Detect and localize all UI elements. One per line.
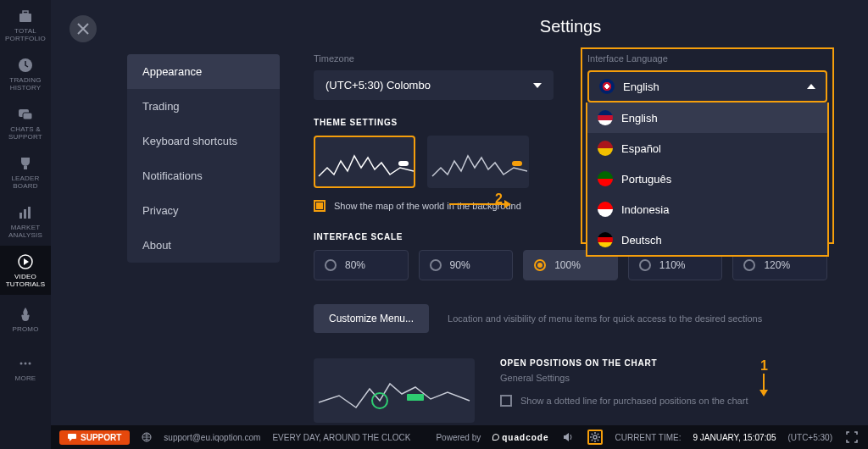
chevron-up-icon	[807, 84, 815, 89]
flag-icon	[598, 232, 613, 247]
sidebar-item-flame[interactable]: PROMO	[0, 295, 51, 344]
checkbox-icon	[500, 395, 512, 407]
theme-dark-2[interactable]	[427, 136, 529, 188]
brand-name: quadcode	[492, 433, 548, 442]
svg-rect-1	[23, 11, 28, 14]
briefcase-icon	[17, 8, 34, 25]
nav-item[interactable]: Keyboard shortcuts	[127, 124, 280, 158]
settings-nav: AppearanceTradingKeyboard shortcutsNotif…	[127, 54, 280, 263]
customize-hint: Location and visibility of menu items fo…	[448, 313, 762, 324]
sidebar-item-clock[interactable]: TRADINGHISTORY	[0, 49, 51, 98]
svg-rect-14	[68, 434, 76, 439]
svg-rect-6	[24, 209, 26, 219]
nav-item[interactable]: Notifications	[127, 158, 280, 193]
chevron-down-icon	[533, 83, 542, 88]
theme-dark-1[interactable]	[314, 136, 415, 188]
open-positions-sub: General Settings	[500, 373, 827, 383]
svg-rect-4	[23, 113, 32, 119]
support-button[interactable]: SUPPORT	[59, 430, 130, 445]
timezone-select[interactable]: (UTC+5:30) Colombo	[314, 70, 554, 100]
language-value: English	[623, 80, 659, 93]
chat-icon	[17, 106, 34, 123]
svg-point-11	[29, 363, 31, 365]
current-time-label: CURRENT TIME:	[615, 433, 681, 442]
language-label: Interface Language	[587, 53, 827, 64]
settings-icon-footer[interactable]	[587, 430, 603, 445]
annotation-2: 2	[495, 191, 503, 207]
radio-icon	[325, 259, 337, 271]
close-button[interactable]	[70, 15, 97, 42]
dotted-line-checkbox-row[interactable]: Show a dotted line for purchased positio…	[500, 395, 827, 407]
nav-item[interactable]: About	[127, 228, 280, 263]
sidebar-item-briefcase[interactable]: TOTALPORTFOLIO	[0, 0, 51, 49]
sound-icon[interactable]	[560, 430, 576, 445]
flag-icon	[598, 171, 613, 186]
svg-rect-0	[19, 14, 31, 22]
nav-item[interactable]: Privacy	[127, 193, 280, 228]
sidebar: TOTALPORTFOLIOTRADINGHISTORYCHATS &SUPPO…	[0, 0, 51, 449]
language-option[interactable]: Português	[587, 164, 827, 194]
open-positions-preview	[314, 358, 475, 423]
scale-option[interactable]: 80%	[314, 250, 409, 280]
current-time-value: 9 JANUARY, 15:07:05	[693, 433, 776, 442]
language-field: Interface Language English EnglishEspaño…	[587, 53, 827, 103]
footer-tagline: EVERY DAY, AROUND THE CLOCK	[272, 433, 410, 442]
language-option[interactable]: Indonesia	[587, 194, 827, 224]
language-option[interactable]: Deutsch	[587, 224, 827, 255]
flag-icon	[598, 110, 613, 125]
powered-by-label: Powered by	[436, 433, 481, 442]
radio-icon	[430, 259, 442, 271]
play-icon	[17, 253, 34, 270]
annotation-arrow-1	[763, 374, 765, 391]
customize-menu-button[interactable]: Customize Menu...	[314, 304, 429, 333]
sidebar-item-chat[interactable]: CHATS &SUPPORT	[0, 98, 51, 147]
current-tz: (UTC+5:30)	[787, 433, 832, 442]
language-dropdown: EnglishEspañolPortuguêsIndonesiaDeutsch	[586, 103, 829, 257]
timezone-label: Timezone	[314, 53, 554, 64]
language-option[interactable]: English	[587, 103, 827, 133]
svg-rect-7	[28, 207, 31, 219]
clock-icon	[17, 57, 34, 74]
sidebar-item-dots[interactable]: MORE	[0, 344, 51, 393]
svg-point-16	[593, 435, 597, 439]
page-title: Settings	[314, 17, 827, 36]
map-checkbox-label: Show the map of the world in the backgro…	[334, 201, 521, 211]
scale-option[interactable]: 90%	[419, 250, 514, 280]
open-positions-label: OPEN POSITIONS ON THE CHART	[500, 358, 827, 368]
checkbox-icon	[314, 200, 326, 212]
nav-item[interactable]: Trading	[127, 89, 280, 124]
chat-icon	[68, 433, 76, 441]
footer: SUPPORT support@eu.iqoption.com EVERY DA…	[51, 425, 868, 449]
svg-point-10	[25, 363, 27, 365]
bars-icon	[17, 204, 34, 221]
fullscreen-icon[interactable]	[844, 430, 860, 445]
language-option[interactable]: Español	[587, 133, 827, 164]
sidebar-item-trophy[interactable]: LEADERBOARD	[0, 147, 51, 197]
sidebar-item-bars[interactable]: MARKETANALYSIS	[0, 197, 51, 246]
trophy-icon	[17, 155, 34, 172]
radio-icon	[534, 259, 546, 271]
svg-rect-5	[19, 213, 22, 219]
language-select[interactable]: English	[587, 70, 827, 103]
close-icon	[77, 23, 89, 35]
timezone-value: (UTC+5:30) Colombo	[326, 79, 431, 91]
radio-icon	[743, 259, 755, 271]
svg-rect-13	[407, 394, 424, 401]
flame-icon	[17, 306, 34, 323]
flag-icon	[598, 202, 613, 217]
flag-icon	[598, 141, 613, 156]
svg-point-9	[20, 363, 23, 365]
radio-icon	[639, 259, 651, 271]
sidebar-item-play[interactable]: VIDEOTUTORIALS	[0, 246, 51, 295]
dots-icon	[17, 355, 34, 372]
annotation-1: 1	[760, 358, 768, 374]
nav-item[interactable]: Appearance	[127, 54, 280, 89]
support-email[interactable]: support@eu.iqoption.com	[164, 433, 260, 442]
globe-icon	[142, 432, 152, 442]
flag-icon	[599, 79, 615, 94]
dotted-line-label: Show a dotted line for purchased positio…	[520, 396, 748, 406]
